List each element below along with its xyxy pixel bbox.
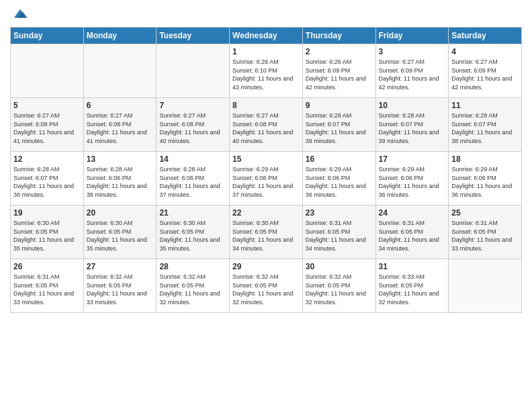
calendar-cell: 27Sunrise: 6:32 AMSunset: 6:05 PMDayligh… <box>83 259 157 313</box>
calendar-cell: 18Sunrise: 6:29 AMSunset: 6:06 PMDayligh… <box>449 152 522 205</box>
calendar-cell: 14Sunrise: 6:28 AMSunset: 6:06 PMDayligh… <box>157 152 230 205</box>
calendar-cell <box>83 44 157 98</box>
day-info: Sunrise: 6:29 AMSunset: 6:06 PMDaylight:… <box>306 165 373 199</box>
calendar-cell <box>11 44 84 98</box>
header <box>10 7 522 21</box>
day-number: 24 <box>379 208 446 218</box>
day-info: Sunrise: 6:28 AMSunset: 6:07 PMDaylight:… <box>379 111 446 145</box>
day-info: Sunrise: 6:30 AMSunset: 6:05 PMDaylight:… <box>13 219 81 253</box>
day-number: 2 <box>306 47 373 56</box>
day-info: Sunrise: 6:26 AMSunset: 6:09 PMDaylight:… <box>306 58 373 91</box>
day-number: 29 <box>232 262 300 271</box>
day-info: Sunrise: 6:27 AMSunset: 6:09 PMDaylight:… <box>451 58 519 91</box>
day-info: Sunrise: 6:28 AMSunset: 6:07 PMDaylight:… <box>13 165 81 199</box>
calendar-day-header: Tuesday <box>157 28 230 44</box>
day-info: Sunrise: 6:32 AMSunset: 6:05 PMDaylight:… <box>232 273 300 306</box>
calendar-header-row: SundayMondayTuesdayWednesdayThursdayFrid… <box>11 28 522 44</box>
day-number: 17 <box>379 154 446 164</box>
day-info: Sunrise: 6:32 AMSunset: 6:05 PMDaylight:… <box>306 273 373 306</box>
day-number: 5 <box>13 101 81 110</box>
day-info: Sunrise: 6:27 AMSunset: 6:08 PMDaylight:… <box>87 111 154 145</box>
calendar-cell: 10Sunrise: 6:28 AMSunset: 6:07 PMDayligh… <box>375 98 449 152</box>
calendar-cell: 26Sunrise: 6:31 AMSunset: 6:05 PMDayligh… <box>11 259 84 313</box>
day-info: Sunrise: 6:31 AMSunset: 6:05 PMDaylight:… <box>13 273 81 306</box>
day-number: 26 <box>13 262 81 271</box>
calendar-cell: 13Sunrise: 6:28 AMSunset: 6:06 PMDayligh… <box>83 152 157 205</box>
logo <box>10 7 28 21</box>
calendar-cell: 1Sunrise: 6:26 AMSunset: 6:10 PMDaylight… <box>230 44 303 98</box>
calendar-cell: 2Sunrise: 6:26 AMSunset: 6:09 PMDaylight… <box>302 44 375 98</box>
calendar-cell <box>449 259 522 313</box>
day-info: Sunrise: 6:33 AMSunset: 6:05 PMDaylight:… <box>379 273 446 306</box>
calendar-cell: 25Sunrise: 6:31 AMSunset: 6:05 PMDayligh… <box>449 205 522 259</box>
calendar-cell: 15Sunrise: 6:29 AMSunset: 6:06 PMDayligh… <box>230 152 303 205</box>
day-info: Sunrise: 6:29 AMSunset: 6:06 PMDaylight:… <box>232 165 300 199</box>
day-number: 8 <box>232 101 300 110</box>
day-info: Sunrise: 6:30 AMSunset: 6:05 PMDaylight:… <box>159 219 226 253</box>
day-info: Sunrise: 6:31 AMSunset: 6:05 PMDaylight:… <box>306 219 373 253</box>
day-number: 1 <box>232 47 300 56</box>
day-info: Sunrise: 6:32 AMSunset: 6:05 PMDaylight:… <box>87 273 154 306</box>
day-info: Sunrise: 6:28 AMSunset: 6:06 PMDaylight:… <box>159 165 226 199</box>
calendar-cell: 24Sunrise: 6:31 AMSunset: 6:05 PMDayligh… <box>375 205 449 259</box>
day-number: 9 <box>306 101 373 110</box>
calendar-week-row: 26Sunrise: 6:31 AMSunset: 6:05 PMDayligh… <box>11 259 522 313</box>
day-number: 16 <box>306 154 373 164</box>
logo-icon <box>13 7 28 21</box>
day-number: 12 <box>13 154 81 164</box>
day-info: Sunrise: 6:26 AMSunset: 6:10 PMDaylight:… <box>232 58 300 91</box>
day-number: 20 <box>87 208 154 218</box>
day-info: Sunrise: 6:28 AMSunset: 6:07 PMDaylight:… <box>451 111 519 145</box>
day-number: 7 <box>159 101 226 110</box>
calendar-cell: 6Sunrise: 6:27 AMSunset: 6:08 PMDaylight… <box>83 98 157 152</box>
day-number: 25 <box>451 208 519 218</box>
day-info: Sunrise: 6:30 AMSunset: 6:05 PMDaylight:… <box>232 219 300 253</box>
day-info: Sunrise: 6:31 AMSunset: 6:05 PMDaylight:… <box>451 219 519 253</box>
day-number: 14 <box>159 154 226 164</box>
calendar-cell: 28Sunrise: 6:32 AMSunset: 6:05 PMDayligh… <box>157 259 230 313</box>
day-info: Sunrise: 6:30 AMSunset: 6:05 PMDaylight:… <box>87 219 154 253</box>
day-info: Sunrise: 6:27 AMSunset: 6:08 PMDaylight:… <box>13 111 81 145</box>
calendar-cell: 23Sunrise: 6:31 AMSunset: 6:05 PMDayligh… <box>302 205 375 259</box>
calendar-cell: 21Sunrise: 6:30 AMSunset: 6:05 PMDayligh… <box>157 205 230 259</box>
day-number: 4 <box>451 47 519 56</box>
day-number: 27 <box>87 262 154 271</box>
calendar-cell: 29Sunrise: 6:32 AMSunset: 6:05 PMDayligh… <box>230 259 303 313</box>
day-number: 10 <box>379 101 446 110</box>
calendar-day-header: Thursday <box>302 28 375 44</box>
calendar-week-row: 5Sunrise: 6:27 AMSunset: 6:08 PMDaylight… <box>11 98 522 152</box>
calendar-cell: 4Sunrise: 6:27 AMSunset: 6:09 PMDaylight… <box>449 44 522 98</box>
day-info: Sunrise: 6:29 AMSunset: 6:06 PMDaylight:… <box>379 165 446 199</box>
day-number: 18 <box>451 154 519 164</box>
calendar-cell: 8Sunrise: 6:27 AMSunset: 6:08 PMDaylight… <box>230 98 303 152</box>
day-number: 15 <box>232 154 300 164</box>
day-info: Sunrise: 6:29 AMSunset: 6:06 PMDaylight:… <box>451 165 519 199</box>
calendar-week-row: 1Sunrise: 6:26 AMSunset: 6:10 PMDaylight… <box>11 44 522 98</box>
calendar-cell: 19Sunrise: 6:30 AMSunset: 6:05 PMDayligh… <box>11 205 84 259</box>
calendar-day-header: Monday <box>83 28 157 44</box>
day-number: 23 <box>306 208 373 218</box>
calendar-cell: 30Sunrise: 6:32 AMSunset: 6:05 PMDayligh… <box>302 259 375 313</box>
day-info: Sunrise: 6:32 AMSunset: 6:05 PMDaylight:… <box>159 273 226 306</box>
calendar-cell: 16Sunrise: 6:29 AMSunset: 6:06 PMDayligh… <box>302 152 375 205</box>
calendar-week-row: 19Sunrise: 6:30 AMSunset: 6:05 PMDayligh… <box>11 205 522 259</box>
day-info: Sunrise: 6:27 AMSunset: 6:09 PMDaylight:… <box>379 58 446 91</box>
day-info: Sunrise: 6:28 AMSunset: 6:07 PMDaylight:… <box>306 111 373 145</box>
calendar-cell: 7Sunrise: 6:27 AMSunset: 6:08 PMDaylight… <box>157 98 230 152</box>
day-number: 31 <box>379 262 446 271</box>
calendar-day-header: Friday <box>375 28 449 44</box>
calendar-cell: 31Sunrise: 6:33 AMSunset: 6:05 PMDayligh… <box>375 259 449 313</box>
day-info: Sunrise: 6:27 AMSunset: 6:08 PMDaylight:… <box>159 111 226 145</box>
day-number: 11 <box>451 101 519 110</box>
calendar-cell: 11Sunrise: 6:28 AMSunset: 6:07 PMDayligh… <box>449 98 522 152</box>
page: SundayMondayTuesdayWednesdayThursdayFrid… <box>0 0 532 411</box>
calendar-table: SundayMondayTuesdayWednesdayThursdayFrid… <box>10 27 522 313</box>
calendar-week-row: 12Sunrise: 6:28 AMSunset: 6:07 PMDayligh… <box>11 152 522 205</box>
day-number: 19 <box>13 208 81 218</box>
calendar-cell <box>157 44 230 98</box>
calendar-cell: 17Sunrise: 6:29 AMSunset: 6:06 PMDayligh… <box>375 152 449 205</box>
day-number: 13 <box>87 154 154 164</box>
day-number: 3 <box>379 47 446 56</box>
day-number: 30 <box>306 262 373 271</box>
day-number: 6 <box>87 101 154 110</box>
